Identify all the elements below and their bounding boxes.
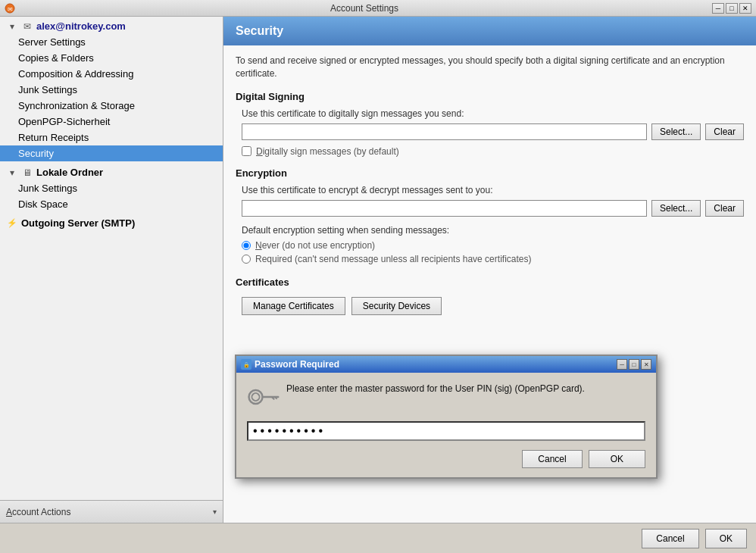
sidebar-item-composition[interactable]: Composition & Addressing [0, 66, 223, 82]
security-devices-button[interactable]: Security Devices [351, 297, 442, 315]
digital-signing-cert-label: Use this certificate to digitally sign m… [236, 108, 744, 119]
encryption-clear-label: Clear [714, 203, 736, 214]
account-name: alex@nitrokey.com [36, 20, 126, 32]
sidebar-item-junk-lokale[interactable]: Junk Settings [0, 180, 223, 196]
title-bar: ✉ Account Settings ─ □ ✕ [0, 0, 756, 17]
ok-label: OK [720, 533, 733, 544]
sidebar-item-sync-storage[interactable]: Synchronization & Storage [0, 98, 223, 114]
ok-button[interactable]: OK [705, 529, 747, 548]
digital-signing-checkbox[interactable] [242, 146, 251, 156]
encryption-cert-row: Select... Clear [236, 200, 744, 217]
account-actions-arrow-icon: ▾ [213, 508, 217, 516]
modal-cancel-label: Cancel [538, 454, 566, 464]
sidebar-item-lokale-ordner[interactable]: ▾ 🖥 Lokale Ordner [0, 164, 223, 180]
sidebar-item-account[interactable]: ▾ ✉ alex@nitrokey.com [0, 18, 223, 34]
digital-signing-checkbox-text: igitally sign messages (by default) [263, 146, 399, 157]
digital-signing-checkbox-row: Digitally sign messages (by default) [242, 146, 744, 157]
encryption-select-label: Select... [660, 203, 692, 214]
radio-required-label: Required (can't send message unless all … [255, 254, 531, 264]
default-encryption-label-row: Default encryption setting when sending … [242, 224, 744, 236]
sidebar-list: ▾ ✉ alex@nitrokey.com Server Settings Co… [0, 17, 223, 500]
manage-certificates-label: Manage Certificates [253, 301, 334, 311]
sidebar-item-copies-folders[interactable]: Copies & Folders [0, 50, 223, 66]
copies-folders-label: Copies & Folders [18, 52, 94, 64]
radio-never-label: Never (do not use encryption) [255, 240, 375, 251]
modal-title-controls: ─ □ ✕ [617, 359, 651, 370]
openpgp-label: OpenPGP-Sicherheit [18, 116, 110, 127]
modal-input-row [247, 421, 645, 441]
certificates-title: Certificates [236, 276, 744, 288]
minimize-button[interactable]: ─ [712, 3, 724, 14]
modal-close-button[interactable]: ✕ [641, 359, 651, 370]
folder-computer-icon: 🖥 [21, 167, 33, 178]
cancel-button[interactable]: Cancel [642, 529, 698, 548]
junk-lokale-label: Junk Settings [18, 183, 77, 194]
radio-required[interactable] [242, 255, 251, 264]
section-title: Security [236, 24, 283, 37]
sidebar-item-openpgp[interactable]: OpenPGP-Sicherheit [0, 114, 223, 130]
password-input[interactable] [247, 421, 645, 441]
composition-label: Composition & Addressing [18, 68, 133, 80]
sidebar-item-return-receipts[interactable]: Return Receipts [0, 130, 223, 145]
password-dialog: 🔒 Password Required ─ □ ✕ [235, 355, 658, 479]
encryption-select-button[interactable]: Select... [651, 200, 701, 217]
digital-signing-select-button[interactable]: Select... [651, 123, 701, 140]
sidebar-item-disk-space[interactable]: Disk Space [0, 196, 223, 212]
section-header: Security [223, 17, 756, 45]
modal-minimize-button[interactable]: ─ [617, 359, 627, 370]
sidebar-item-outgoing-smtp[interactable]: ⚡ Outgoing Server (SMTP) [0, 215, 223, 231]
digital-signing-cert-input[interactable] [242, 123, 647, 140]
digital-signing-row: Select... Clear [236, 123, 744, 140]
modal-app-icon: 🔒 [241, 359, 251, 370]
digital-signing-title: Digital Signing [236, 91, 744, 102]
cancel-label: Cancel [656, 533, 684, 544]
sidebar-item-security[interactable]: Security [0, 145, 223, 161]
modal-ok-button[interactable]: OK [589, 450, 645, 468]
window-title: Account Settings [17, 3, 712, 14]
sidebar-item-server-settings[interactable]: Server Settings [0, 34, 223, 50]
lokale-ordner-label: Lokale Ordner [36, 167, 103, 178]
close-button[interactable]: ✕ [739, 3, 751, 14]
key-icon [241, 376, 284, 419]
account-actions-label: Account Actions [6, 507, 70, 517]
encryption-title: Encryption [236, 167, 744, 179]
sidebar-item-junk-settings[interactable]: Junk Settings [0, 82, 223, 98]
collapse-arrow-2-icon: ▾ [6, 167, 18, 178]
radio-never-row: Never (do not use encryption) [242, 240, 744, 251]
modal-buttons-row: Cancel OK [247, 450, 645, 468]
modal-title-bar: 🔒 Password Required ─ □ ✕ [236, 356, 656, 373]
sync-storage-label: Synchronization & Storage [18, 100, 135, 111]
server-settings-label: Server Settings [18, 36, 86, 48]
sidebar: ▾ ✉ alex@nitrokey.com Server Settings Co… [0, 17, 223, 523]
smtp-icon: ⚡ [6, 218, 18, 228]
svg-text:🔒: 🔒 [243, 361, 250, 368]
modal-body: Please enter the master password for the… [236, 373, 656, 477]
encryption-section: Encryption Use this certificate to encry… [236, 167, 744, 264]
digital-signing-select-label: Select... [660, 127, 692, 137]
maximize-button[interactable]: □ [726, 3, 738, 14]
collapse-arrow-icon: ▾ [6, 21, 18, 32]
encryption-cert-input[interactable] [242, 200, 647, 217]
security-devices-label: Security Devices [363, 301, 430, 311]
security-label: Security [18, 148, 54, 159]
bottom-bar: Cancel OK [0, 523, 756, 553]
radio-never[interactable] [242, 241, 251, 250]
window-controls: ─ □ ✕ [712, 3, 751, 14]
certificates-section: Certificates Manage Certificates Securit… [236, 276, 744, 315]
encryption-clear-button[interactable]: Clear [705, 200, 744, 217]
modal-message-text: Please enter the master password for the… [286, 382, 585, 395]
disk-space-label: Disk Space [18, 198, 68, 210]
digital-signing-clear-label: Clear [714, 127, 736, 137]
radio-never-text: ever (do not use encryption) [262, 240, 375, 251]
manage-certificates-button[interactable]: Manage Certificates [242, 297, 345, 315]
digital-signing-clear-button[interactable]: Clear [705, 123, 744, 140]
return-receipts-label: Return Receipts [18, 132, 89, 143]
junk-settings-label: Junk Settings [18, 84, 77, 95]
smtp-label: Outgoing Server (SMTP) [21, 217, 135, 229]
modal-ok-label: OK [611, 454, 623, 464]
radio-required-text: Required (can't send message unless all … [255, 254, 531, 264]
modal-cancel-button[interactable]: Cancel [522, 450, 582, 468]
account-actions-bar[interactable]: Account Actions ▾ [0, 500, 223, 523]
certificates-buttons-row: Manage Certificates Security Devices [242, 297, 744, 315]
modal-maximize-button[interactable]: □ [629, 359, 639, 370]
